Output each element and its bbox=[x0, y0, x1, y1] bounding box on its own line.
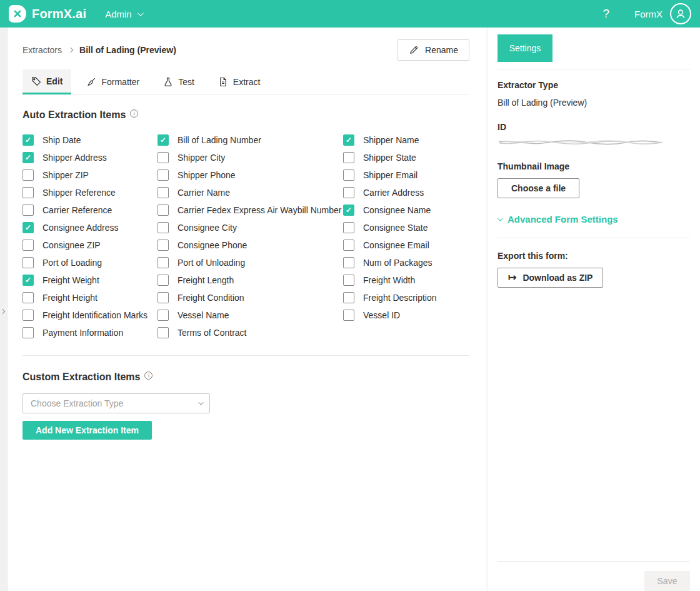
extraction-item-label: Consignee Phone bbox=[178, 240, 247, 250]
extraction-item-shipper-zip[interactable]: Shipper ZIP bbox=[22, 169, 158, 181]
checkbox-freight-description[interactable] bbox=[343, 292, 354, 303]
checkbox-bill-of-lading-number[interactable] bbox=[158, 134, 169, 146]
extraction-item-freight-width[interactable]: Freight Width bbox=[343, 275, 469, 286]
checkbox-consignee-email[interactable] bbox=[343, 240, 354, 251]
checkbox-shipper-address[interactable] bbox=[22, 152, 34, 163]
checkbox-freight-identification-marks[interactable] bbox=[22, 310, 34, 321]
checkbox-freight-weight[interactable] bbox=[22, 275, 34, 286]
checkbox-freight-width[interactable] bbox=[343, 275, 354, 286]
extraction-item-shipper-address[interactable]: Shipper Address bbox=[22, 152, 158, 163]
checkbox-payment-information[interactable] bbox=[22, 327, 34, 338]
checkbox-carrier-name[interactable] bbox=[158, 187, 169, 198]
checkbox-consignee-address[interactable] bbox=[22, 222, 34, 233]
tab-settings[interactable]: Settings bbox=[498, 34, 552, 62]
extraction-item-port-of-loading[interactable]: Port of Loading bbox=[22, 257, 158, 268]
extraction-item-vessel-name[interactable]: Vessel Name bbox=[158, 310, 343, 321]
choose-file-button[interactable]: Choose a file bbox=[498, 178, 579, 198]
extraction-item-label: Port of Unloading bbox=[178, 258, 245, 268]
extraction-item-payment-information[interactable]: Payment Information bbox=[22, 327, 158, 338]
extraction-item-label: Consignee Name bbox=[363, 205, 431, 215]
extraction-item-shipper-phone[interactable]: Shipper Phone bbox=[158, 169, 343, 181]
extraction-item-freight-description[interactable]: Freight Description bbox=[343, 292, 469, 303]
advanced-form-settings-toggle[interactable]: Advanced Form Settings bbox=[498, 214, 690, 225]
tab-edit[interactable]: Edit bbox=[22, 69, 71, 94]
breadcrumb-extractors[interactable]: Extractors bbox=[22, 45, 62, 55]
checkbox-consignee-name[interactable] bbox=[343, 205, 354, 216]
extraction-item-consignee-phone[interactable]: Consignee Phone bbox=[158, 240, 343, 251]
checkbox-shipper-name[interactable] bbox=[343, 134, 354, 146]
extraction-item-carrier-fedex-express-air-waybill-number[interactable]: Carrier Fedex Express Air Waybill Number bbox=[158, 205, 343, 216]
extraction-item-port-of-unloading[interactable]: Port of Unloading bbox=[158, 257, 343, 268]
extraction-item-consignee-zip[interactable]: Consignee ZIP bbox=[22, 240, 158, 251]
extraction-item-num-of-packages[interactable]: Num of Packages bbox=[343, 257, 469, 268]
extraction-item-consignee-city[interactable]: Consignee City bbox=[158, 222, 343, 233]
checkbox-port-of-loading[interactable] bbox=[22, 257, 34, 268]
extraction-item-label: Shipper Name bbox=[363, 135, 419, 145]
checkbox-consignee-state[interactable] bbox=[343, 222, 354, 233]
extraction-item-shipper-name[interactable]: Shipper Name bbox=[343, 134, 469, 146]
extraction-item-freight-length[interactable]: Freight Length bbox=[158, 275, 343, 286]
checkbox-freight-height[interactable] bbox=[22, 292, 34, 303]
checkbox-shipper-email[interactable] bbox=[343, 169, 354, 181]
checkbox-port-of-unloading[interactable] bbox=[158, 257, 169, 268]
checkbox-shipper-city[interactable] bbox=[158, 152, 169, 163]
rename-label: Rename bbox=[425, 45, 458, 55]
checkbox-consignee-zip[interactable] bbox=[22, 240, 34, 251]
extraction-item-label: Consignee Email bbox=[363, 240, 429, 250]
extraction-item-carrier-reference[interactable]: Carrier Reference bbox=[22, 205, 158, 216]
extraction-item-consignee-name[interactable]: Consignee Name bbox=[343, 205, 469, 216]
extraction-type-dropdown[interactable]: Choose Extraction Type bbox=[22, 393, 210, 413]
left-panel-expander[interactable] bbox=[0, 28, 8, 591]
extraction-item-carrier-name[interactable]: Carrier Name bbox=[158, 187, 343, 198]
tab-test[interactable]: Test bbox=[154, 69, 203, 94]
extraction-item-shipper-email[interactable]: Shipper Email bbox=[343, 169, 469, 181]
export-form-label: Export this form: bbox=[498, 251, 690, 261]
checkbox-carrier-address[interactable] bbox=[343, 187, 354, 198]
extraction-item-terms-of-contract[interactable]: Terms of Contract bbox=[158, 327, 343, 338]
extraction-item-freight-weight[interactable]: Freight Weight bbox=[22, 275, 158, 286]
extraction-item-shipper-reference[interactable]: Shipper Reference bbox=[22, 187, 158, 198]
checkbox-ship-date[interactable] bbox=[22, 134, 34, 146]
checkbox-shipper-state[interactable] bbox=[343, 152, 354, 163]
extraction-item-consignee-email[interactable]: Consignee Email bbox=[343, 240, 469, 251]
help-button[interactable]: ? bbox=[602, 7, 609, 21]
chevron-down-icon bbox=[138, 10, 144, 16]
add-new-extraction-item-button[interactable]: Add New Extraction Item bbox=[22, 421, 152, 440]
extraction-item-ship-date[interactable]: Ship Date bbox=[22, 134, 158, 146]
checkbox-carrier-reference[interactable] bbox=[22, 205, 34, 216]
checkbox-shipper-phone[interactable] bbox=[158, 169, 169, 181]
checkbox-freight-length[interactable] bbox=[158, 275, 169, 286]
info-icon[interactable] bbox=[144, 371, 152, 380]
checkbox-terms-of-contract[interactable] bbox=[158, 327, 169, 338]
checkbox-consignee-city[interactable] bbox=[158, 222, 169, 233]
extraction-item-label: Carrier Address bbox=[363, 188, 424, 198]
extraction-item-shipper-city[interactable]: Shipper City bbox=[158, 152, 343, 163]
extraction-item-vessel-id[interactable]: Vessel ID bbox=[343, 310, 469, 321]
tab-formatter[interactable]: Formatter bbox=[78, 69, 148, 94]
download-as-zip-button[interactable]: ↦ Download as ZIP bbox=[498, 268, 603, 288]
tab-extract[interactable]: Extract bbox=[209, 69, 269, 94]
extraction-item-consignee-address[interactable]: Consignee Address bbox=[22, 222, 158, 233]
extraction-item-carrier-address[interactable]: Carrier Address bbox=[343, 187, 469, 198]
checkbox-freight-condition[interactable] bbox=[158, 292, 169, 303]
checkbox-vessel-name[interactable] bbox=[158, 310, 169, 321]
checkbox-consignee-phone[interactable] bbox=[158, 240, 169, 251]
extraction-item-freight-condition[interactable]: Freight Condition bbox=[158, 292, 343, 303]
checkbox-shipper-zip[interactable] bbox=[22, 169, 34, 181]
formx-logo[interactable]: FormX.ai bbox=[9, 5, 86, 23]
breadcrumb: Extractors Bill of Lading (Preview) Rena… bbox=[22, 39, 469, 61]
admin-menu[interactable]: Admin bbox=[105, 9, 142, 19]
extraction-item-bill-of-lading-number[interactable]: Bill of Lading Number bbox=[158, 134, 343, 146]
info-icon[interactable] bbox=[130, 109, 138, 118]
checkbox-carrier-fedex-express-air-waybill-number[interactable] bbox=[158, 205, 169, 216]
checkbox-shipper-reference[interactable] bbox=[22, 187, 34, 198]
extraction-item-freight-height[interactable]: Freight Height bbox=[22, 292, 158, 303]
account-menu[interactable]: FormX bbox=[634, 3, 691, 24]
rename-button[interactable]: Rename bbox=[398, 39, 469, 61]
save-button[interactable]: Save bbox=[644, 571, 690, 591]
checkbox-vessel-id[interactable] bbox=[343, 310, 354, 321]
extraction-item-freight-identification-marks[interactable]: Freight Identification Marks bbox=[22, 310, 158, 321]
extraction-item-consignee-state[interactable]: Consignee State bbox=[343, 222, 469, 233]
extraction-item-shipper-state[interactable]: Shipper State bbox=[343, 152, 469, 163]
checkbox-num-of-packages[interactable] bbox=[343, 257, 354, 268]
